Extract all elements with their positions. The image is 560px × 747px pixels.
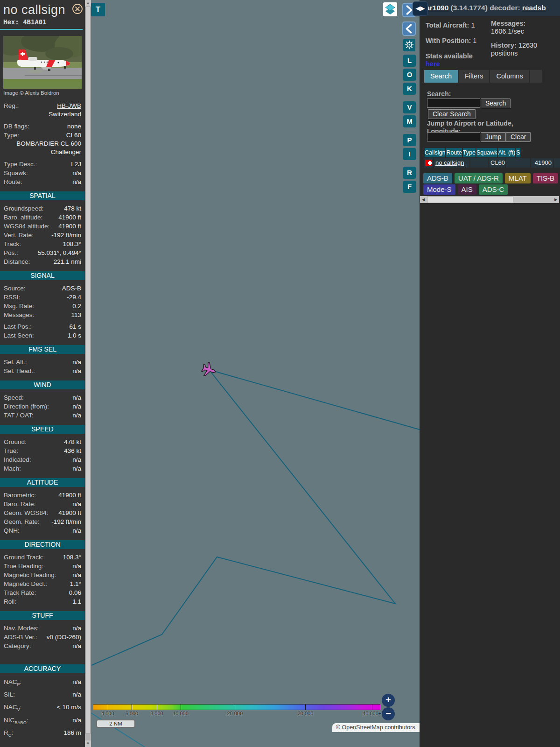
data-row: Baro. altitude:41900 ft: [0, 213, 85, 222]
divider: [0, 29, 83, 30]
collapse-panel-button[interactable]: [402, 21, 416, 36]
map-shortcut-button[interactable]: F: [403, 181, 416, 193]
data-row: Sel. Head.:n/a: [0, 366, 85, 375]
source-filter-button[interactable]: Mode-S: [423, 184, 455, 195]
panel-tabs: Search Filters Columns: [424, 70, 542, 83]
section-header: WIND: [0, 381, 85, 389]
map[interactable]: U H T L O K V: [91, 0, 420, 747]
source-filter-button[interactable]: ADS-B: [423, 173, 452, 183]
table-column-header[interactable]: Route: [446, 148, 462, 157]
tab-search[interactable]: Search: [424, 70, 459, 83]
data-row: ADS-B Ver.:v0 (DO-260): [0, 633, 85, 641]
legend-tick-label: 30 000: [298, 711, 314, 716]
data-row: Type:CL60: [0, 131, 85, 140]
with-position-stat: With Position: 1: [426, 37, 487, 45]
source-filter-button[interactable]: ADS-C: [479, 184, 508, 195]
legend-tick: [181, 705, 181, 710]
data-row: Roll:1.1: [0, 597, 85, 606]
table-column-header[interactable]: Alt. (ft): [498, 148, 515, 157]
altitude-cell: 41900: [531, 158, 553, 168]
layers-icon: [383, 2, 397, 16]
zoom-in-button[interactable]: +: [382, 694, 395, 707]
tab-columns[interactable]: Columns: [490, 70, 530, 83]
map-shortcut-button[interactable]: M: [403, 115, 416, 127]
settings-button[interactable]: [403, 39, 415, 51]
source-filter-button[interactable]: TIS-B: [533, 173, 558, 183]
close-icon[interactable]: [72, 3, 83, 14]
callsign-link[interactable]: no callsign: [435, 159, 464, 166]
data-row: Geom. WGS84:41900 ft: [0, 508, 85, 517]
map-shortcut-button[interactable]: P: [403, 134, 416, 146]
panel-toggle-button[interactable]: ◀▶: [413, 1, 428, 16]
aircraft-table: Callsign Route Type Squawk Alt. (ft) S n…: [424, 148, 560, 169]
legend-tick-label: 8 000: [150, 711, 163, 716]
table-column-header[interactable]: Type: [463, 148, 476, 157]
jump-input[interactable]: [427, 132, 480, 141]
sidebar-scrollbar[interactable]: ▲ ▼: [85, 0, 91, 747]
legend-tick: [305, 705, 306, 710]
squawk-cell: [506, 158, 530, 168]
map-shortcut-button[interactable]: L: [403, 55, 416, 67]
map-shortcut-button[interactable]: K: [403, 83, 416, 95]
scrollbar-thumb[interactable]: [427, 196, 513, 203]
source-filter-button[interactable]: AIS: [458, 184, 476, 195]
data-row: Barometric:41900 ft: [0, 491, 85, 500]
data-row: NACP: n/a: [0, 677, 85, 690]
readsb-link[interactable]: readsb: [522, 4, 546, 12]
table-column-header[interactable]: S: [516, 148, 520, 157]
map-shortcut-button[interactable]: R: [403, 167, 416, 179]
legend-tick: [157, 705, 157, 710]
messages-stat: Messages:1606.1/sec: [491, 20, 559, 35]
data-row: Track Rate:0.06: [0, 588, 85, 597]
data-row: Magnetic Decl.:1.1°: [0, 579, 85, 588]
scrollbar-thumb[interactable]: [85, 7, 91, 734]
jump-button[interactable]: Jump: [481, 132, 506, 142]
data-row: True Heading:n/a: [0, 562, 85, 571]
chevron-left-icon: [403, 22, 415, 35]
aircraft-photo[interactable]: [3, 36, 82, 89]
table-horizontal-scrollbar[interactable]: ◀ ▶: [420, 196, 559, 203]
table-column-header[interactable]: Squawk: [476, 148, 497, 157]
scroll-left-icon[interactable]: ◀: [420, 196, 427, 203]
stats-here-link[interactable]: here: [426, 60, 440, 68]
layers-button[interactable]: [383, 2, 397, 16]
zoom-out-button[interactable]: −: [382, 707, 395, 720]
map-shortcut-button[interactable]: I: [403, 148, 416, 160]
osm-attribution-link[interactable]: OpenStreetMap: [342, 724, 383, 731]
tab-filler: [530, 70, 542, 83]
registration-link[interactable]: HB-JWB: [57, 102, 81, 109]
jump-clear-button[interactable]: Clear: [506, 132, 531, 142]
clear-search-button[interactable]: Clear Search: [428, 109, 476, 119]
search-button[interactable]: Search: [481, 99, 511, 108]
map-shortcut-button[interactable]: V: [403, 101, 416, 113]
data-row: Direction (from):n/a: [0, 402, 85, 411]
data-row: QNH:n/a: [0, 526, 85, 535]
scroll-down-icon[interactable]: ▼: [85, 740, 91, 747]
section-header: STUFF: [0, 611, 85, 620]
data-row: Last Pos.:61 s: [0, 322, 85, 331]
data-row: Type Desc.:L2J: [0, 160, 85, 169]
search-input[interactable]: [427, 99, 480, 108]
source-filter-button[interactable]: UAT / ADS-R: [455, 173, 503, 183]
country-label: Switzerland: [0, 110, 85, 119]
table-row[interactable]: no callsign CL60 41900: [424, 158, 560, 168]
scroll-up-icon[interactable]: ▲: [85, 0, 91, 7]
data-row: Magnetic Heading:n/a: [0, 571, 85, 579]
map-shortcut-button[interactable]: T: [91, 3, 105, 16]
section-header: ACCURACY: [0, 664, 85, 673]
data-row: DB flags:none: [0, 122, 85, 131]
flag-cell: [424, 158, 433, 168]
tab-filters[interactable]: Filters: [459, 70, 490, 83]
data-row: Pos.:55.031°, 0.494°: [0, 248, 85, 257]
legend-tick: [108, 705, 108, 710]
scroll-right-icon[interactable]: ▶: [553, 196, 559, 203]
data-row: TAT / OAT:n/a: [0, 411, 85, 420]
data-row: Squawk:n/a: [0, 169, 85, 177]
data-row: Vert. Rate:-192 ft/min: [0, 231, 85, 240]
table-column-header[interactable]: Callsign: [425, 148, 445, 157]
data-row: NACV: < 10 m/s: [0, 702, 85, 715]
source-filter-button[interactable]: MLAT: [505, 173, 531, 183]
map-shortcut-button[interactable]: O: [403, 69, 416, 81]
data-row-registration: Reg.: HB-JWB: [0, 101, 85, 110]
legend-tick-label: 40 000+: [363, 711, 381, 716]
